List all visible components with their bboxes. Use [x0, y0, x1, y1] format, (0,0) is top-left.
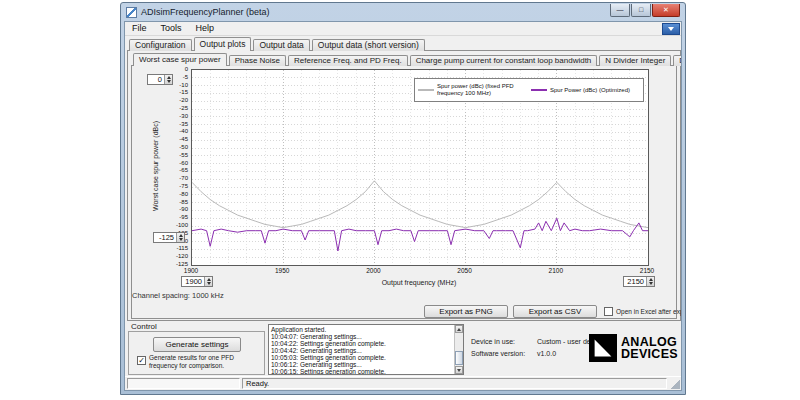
y-scale-min-spinner[interactable]: -125: [153, 232, 185, 243]
subtab-charge-pump-current-for-constant-loop-bandwidth[interactable]: Charge pump current for constant loop ba…: [410, 55, 598, 66]
log-box[interactable]: Application started.10:04:07: Generating…: [268, 324, 464, 375]
subtab-reference-freq-and-pd-freq[interactable]: Reference Freq. and PD Freq.: [288, 55, 408, 66]
y-tick-label: -60: [166, 160, 188, 166]
log-line: 10:06:12: Generating settings...: [271, 361, 453, 368]
y-tick-label: -75: [166, 183, 188, 189]
x-tick-label: 1900: [174, 267, 208, 274]
window-buttons: — □ ✕: [609, 4, 680, 17]
adi-triangle-icon: [589, 334, 617, 362]
scroll-up-icon[interactable]: [455, 325, 463, 333]
x-tick-label: 2000: [356, 267, 390, 274]
y-tick-label: -50: [166, 144, 188, 150]
spinner-arrows-icon[interactable]: [204, 277, 212, 286]
fixed-pfd-line-swatch: [418, 89, 434, 91]
y-tick-label: -45: [166, 136, 188, 142]
window-title: ADIsimFrequencyPlanner (beta): [141, 7, 270, 17]
y-tick-label: -40: [166, 128, 188, 134]
y-tick-label: -95: [166, 214, 188, 220]
scroll-down-icon[interactable]: [455, 366, 463, 374]
y-tick-label: -120: [166, 253, 188, 259]
optimized-line-swatch: [531, 89, 547, 91]
compare-pfd-label: Generate results for one PFD frequency f…: [149, 354, 259, 370]
minimize-button[interactable]: —: [610, 4, 630, 17]
spinner-arrows-icon[interactable]: [176, 233, 184, 242]
y-axis-title: Worst case spur power (dBc): [152, 86, 162, 246]
export-csv-button[interactable]: Export as CSV: [513, 305, 597, 318]
titlebar[interactable]: ADIsimFrequencyPlanner (beta) — □ ✕: [121, 3, 685, 21]
window-body: FileToolsHelp ConfigurationOutput plotsO…: [124, 21, 682, 391]
app-window: ADIsimFrequencyPlanner (beta) — □ ✕ File…: [120, 2, 686, 395]
log-line: Application started.: [271, 326, 453, 333]
tab-output-data-short-version[interactable]: Output data (short version): [312, 39, 425, 51]
subtab-worst-case-spur-power[interactable]: Worst case spur power: [133, 53, 227, 66]
spinner-arrows-icon[interactable]: [164, 75, 172, 84]
subtab-n-divider-integer[interactable]: N Divider Integer: [599, 55, 671, 66]
log-line: 10:04:22: Settings generation complete.: [271, 340, 453, 347]
window-icon[interactable]: [126, 7, 137, 18]
y-tick-label: -80: [166, 191, 188, 197]
legend-label-optimized: Spur Power (dBc) (Optimized): [550, 87, 630, 94]
subtab-dividers[interactable]: Dividers: [673, 55, 682, 66]
x-tick-label: 1950: [265, 267, 299, 274]
menu-help[interactable]: Help: [189, 22, 222, 35]
y-tick-label: -90: [166, 206, 188, 212]
y-tick-label: 0: [166, 66, 188, 72]
chart-legend: Spur power (dBc) (fixed PFD frequency 10…: [414, 78, 644, 102]
adi-logo: ANALOG DEVICES: [589, 334, 678, 362]
compare-pfd-checkbox[interactable]: ✓: [137, 356, 146, 365]
status-text: Ready.: [246, 379, 269, 388]
y-tick-label: -115: [166, 245, 188, 251]
statusbar: Ready.: [125, 376, 681, 390]
legend-item-fixed-pfd: Spur power (dBc) (fixed PFD frequency 10…: [418, 83, 527, 97]
close-button[interactable]: ✕: [652, 4, 680, 17]
log-line: 10:04:42: Generating settings...: [271, 347, 453, 354]
labview-app-icon: [662, 23, 680, 35]
generate-settings-button[interactable]: Generate settings: [153, 337, 241, 352]
y-tick-label: -55: [166, 152, 188, 158]
x-tick-label: 2150: [630, 267, 664, 274]
spinner-arrows-icon[interactable]: [646, 277, 654, 286]
x-scale-min-value: 1900: [182, 277, 204, 286]
x-scale-max-value: 2150: [624, 277, 646, 286]
y-scale-min-value: -125: [154, 233, 176, 242]
log-line: 10:04:07: Generating settings...: [271, 333, 453, 340]
open-excel-label: Open in Excel after exporting: [616, 308, 682, 316]
y-tick-label: -100: [166, 222, 188, 228]
y-tick-label: -20: [166, 97, 188, 103]
y-tick-label: -70: [166, 175, 188, 181]
progress-indicator: [127, 378, 240, 389]
tab-output-data[interactable]: Output data: [253, 39, 309, 51]
close-icon: ✕: [663, 6, 669, 13]
main-tabstrip: ConfigurationOutput plotsOutput dataOutp…: [129, 37, 427, 51]
y-tick-label: -30: [166, 113, 188, 119]
x-scale-min-spinner[interactable]: 1900: [181, 276, 213, 287]
menu-tools[interactable]: Tools: [154, 22, 189, 35]
software-version-value: v1.0.0: [537, 350, 556, 357]
y-scale-max-spinner[interactable]: 0: [147, 74, 173, 85]
plot-area: Spur power (dBc) (fixed PFD frequency 10…: [191, 69, 649, 266]
maximize-icon: □: [639, 6, 643, 13]
x-scale-max-spinner[interactable]: 2150: [623, 276, 655, 287]
subtab-phase-noise[interactable]: Phase Noise: [229, 55, 286, 66]
tab-output-plots[interactable]: Output plots: [194, 37, 252, 51]
sub-tabstrip: Worst case spur powerPhase NoiseReferenc…: [133, 53, 682, 66]
log-scrollbar[interactable]: [454, 325, 463, 374]
y-tick-label: -15: [166, 89, 188, 95]
device-in-use-label: Device in use:: [471, 338, 515, 345]
x-axis-title: Output frequency (MHz): [191, 279, 647, 286]
resize-grip-icon[interactable]: [669, 378, 680, 389]
x-tick-label: 2100: [539, 267, 573, 274]
y-tick-label: -25: [166, 105, 188, 111]
y-tick-label: -65: [166, 167, 188, 173]
software-version-label: Software version:: [471, 350, 525, 357]
menu-file[interactable]: File: [125, 22, 154, 35]
maximize-button[interactable]: □: [631, 4, 651, 17]
tab-configuration[interactable]: Configuration: [129, 39, 192, 51]
open-excel-checkbox[interactable]: [604, 307, 613, 316]
log-line: 10:05:03: Settings generation complete.: [271, 354, 453, 361]
scroll-thumb[interactable]: [455, 351, 463, 365]
control-group-title: Control: [131, 322, 157, 331]
check-icon: ✓: [138, 356, 145, 365]
export-png-button[interactable]: Export as PNG: [424, 305, 508, 318]
log-content: Application started.10:04:07: Generating…: [271, 326, 453, 375]
